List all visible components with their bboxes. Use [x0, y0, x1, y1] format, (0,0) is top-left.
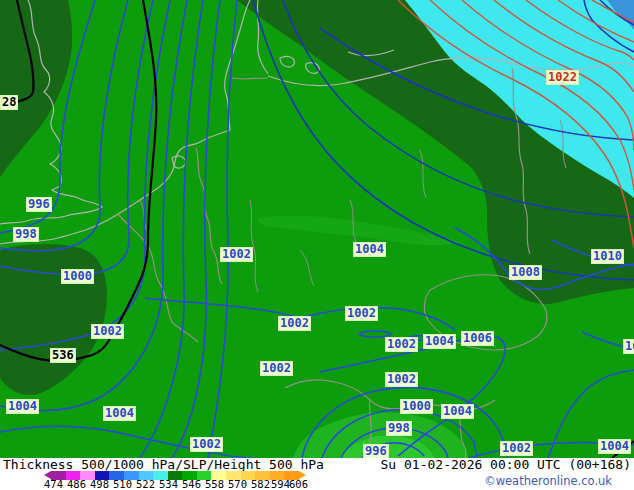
- slp-label: 1004: [103, 406, 136, 421]
- scale-value: 486: [67, 479, 86, 490]
- product-title: Thickness 500/1000 hPa/SLP/Height 500 hP…: [3, 458, 324, 472]
- scale-value: 570: [228, 479, 247, 490]
- scale-value: 534: [159, 479, 178, 490]
- scale-value: 606: [289, 479, 308, 490]
- scale-value: 474: [44, 479, 63, 490]
- slp-label: 1004: [423, 334, 456, 349]
- scale-value: 522: [136, 479, 155, 490]
- slp-label: 1002: [278, 316, 311, 331]
- slp-label: 1002: [385, 372, 418, 387]
- slp-label: 1004: [6, 399, 39, 414]
- scale-value: 582: [251, 479, 270, 490]
- slp-label: 1006: [623, 339, 634, 354]
- high-label: 1022: [546, 70, 579, 85]
- slp-label: 1004: [441, 404, 474, 419]
- slp-label: 1002: [260, 361, 293, 376]
- slp-label: 1002: [500, 441, 533, 456]
- map-canvas: 9969981000100210041004100210021002100210…: [0, 0, 634, 458]
- slp-label: 1000: [61, 269, 94, 284]
- slp-label: 1002: [345, 306, 378, 321]
- slp-label: 996: [363, 444, 389, 458]
- slp-label: 998: [386, 421, 412, 436]
- slp-label: 1002: [190, 437, 223, 452]
- slp-label: 1004: [598, 439, 631, 454]
- slp-label: 1008: [509, 265, 542, 280]
- slp-label: 996: [26, 197, 52, 212]
- slp-label: 1004: [353, 242, 386, 257]
- slp-label: 1002: [91, 324, 124, 339]
- weather-map-page: 9969981000100210041004100210021002100210…: [0, 0, 634, 490]
- scale-value: 558: [205, 479, 224, 490]
- slp-label: 1010: [591, 249, 624, 264]
- slp-label: 1002: [220, 247, 253, 262]
- status-bar: Thickness 500/1000 hPa/SLP/Height 500 hP…: [0, 458, 634, 490]
- slp-label: 1000: [400, 399, 433, 414]
- scale-value: 498: [90, 479, 109, 490]
- thickness-label: 536: [50, 348, 76, 363]
- thickness-label: 28: [0, 95, 18, 110]
- slp-label: 1006: [461, 331, 494, 346]
- scale-value: 594: [271, 479, 290, 490]
- valid-time: Su 01-02-2026 00:00 UTC (00+168): [381, 458, 631, 472]
- slp-label: 998: [13, 227, 39, 242]
- copyright: ©weatheronline.co.uk: [484, 475, 612, 488]
- map-label-layer: 9969981000100210041004100210021002100210…: [0, 0, 634, 458]
- slp-label: 1002: [385, 337, 418, 352]
- scale-value: 546: [182, 479, 201, 490]
- scale-value: 510: [113, 479, 132, 490]
